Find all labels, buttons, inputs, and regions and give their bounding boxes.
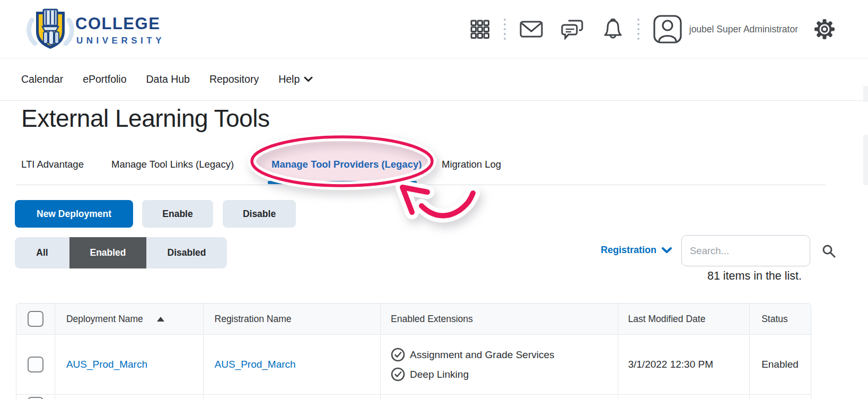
page-edge-strip bbox=[863, 86, 868, 102]
gear-icon[interactable] bbox=[814, 19, 835, 40]
extension-label: Deep Linking bbox=[410, 369, 469, 380]
active-tab-underline bbox=[268, 181, 417, 184]
annotation-arrowhead-halo bbox=[402, 187, 427, 212]
enable-button[interactable]: Enable bbox=[142, 200, 213, 228]
tool-providers-table: Deployment Name Registration Name Enable… bbox=[16, 303, 811, 399]
main-navbar: Calendar ePortfolio Data Hub Repository … bbox=[0, 58, 868, 101]
select-all-checkbox[interactable] bbox=[28, 311, 43, 327]
bell-icon[interactable] bbox=[602, 19, 624, 40]
check-circle-icon bbox=[391, 367, 405, 381]
page-edge-strip bbox=[863, 135, 868, 185]
nav-item-repository[interactable]: Repository bbox=[209, 73, 259, 85]
table-row: AUS_Prod_March AUS_Prod_March Assignment… bbox=[16, 335, 811, 395]
page-title: External Learning Tools bbox=[21, 104, 269, 133]
laurel-right bbox=[66, 20, 72, 44]
items-count: 81 items in the list. bbox=[707, 270, 802, 283]
chat-icon[interactable] bbox=[561, 19, 584, 40]
nav-item-eportfolio[interactable]: ePortfolio bbox=[83, 73, 126, 85]
help-label: Help bbox=[278, 73, 300, 85]
search-box bbox=[681, 235, 810, 266]
check-circle-icon bbox=[391, 348, 405, 362]
avatar[interactable] bbox=[653, 15, 682, 44]
brand-line2: UNIVERSITY bbox=[76, 36, 163, 46]
status-value: Enabled bbox=[761, 359, 799, 370]
deployment-name-link[interactable]: AUS_Prod_March bbox=[66, 359, 147, 370]
filter-enabled[interactable]: Enabled bbox=[69, 237, 146, 268]
registration-dropdown[interactable]: Registration bbox=[601, 245, 672, 256]
column-label: Enabled Extensions bbox=[391, 314, 473, 325]
nav-item-data-hub[interactable]: Data Hub bbox=[146, 73, 190, 85]
column-label: Status bbox=[761, 314, 788, 325]
user-name[interactable]: joubel Super Administrator bbox=[689, 24, 798, 35]
filter-all[interactable]: All bbox=[15, 237, 69, 268]
search-icon[interactable] bbox=[822, 236, 836, 266]
laurel-left bbox=[29, 20, 35, 44]
column-header-enabled-extensions: Enabled Extensions bbox=[381, 303, 618, 334]
status-filter-segmented-control: All Enabled Disabled bbox=[15, 237, 227, 268]
extension-item: Assignment and Grade Services bbox=[391, 348, 554, 362]
table-header-row: Deployment Name Registration Name Enable… bbox=[16, 303, 811, 335]
tabbar-divider bbox=[16, 185, 826, 185]
brand-line1: COLLEGE bbox=[75, 14, 160, 33]
external-learning-tools-page: COLLEGE UNIVERSITY bbox=[0, 0, 868, 399]
tab-lti-advantage[interactable]: LTI Advantage bbox=[21, 155, 84, 174]
divider-dots bbox=[504, 19, 506, 40]
last-modified-date: 3/1/2022 12:30 PM bbox=[628, 359, 713, 370]
college-university-logo[interactable]: COLLEGE UNIVERSITY bbox=[20, 6, 163, 52]
registration-name-link[interactable]: AUS_Prod_March bbox=[215, 359, 296, 370]
registration-label: Registration bbox=[601, 245, 656, 256]
column-header-status: Status bbox=[750, 303, 811, 334]
extension-label: Assignment and Grade Services bbox=[410, 349, 554, 361]
row-checkbox[interactable] bbox=[28, 397, 43, 399]
search-input[interactable] bbox=[682, 245, 822, 257]
crest-roof bbox=[42, 27, 58, 31]
column-label: Registration Name bbox=[215, 314, 292, 325]
mail-icon[interactable] bbox=[520, 21, 543, 38]
tab-migration-log[interactable]: Migration Log bbox=[442, 155, 501, 174]
column-label: Deployment Name bbox=[66, 314, 143, 325]
column-header-last-modified-date[interactable]: Last Modified Date bbox=[618, 303, 750, 334]
column-header-deployment-name[interactable]: Deployment Name bbox=[55, 303, 204, 334]
top-right-controls: joubel Super Administrator bbox=[470, 0, 835, 58]
app-grid-icon[interactable] bbox=[470, 19, 490, 39]
annotation-arrowhead bbox=[402, 187, 427, 212]
column-header-registration-name[interactable]: Registration Name bbox=[204, 303, 381, 334]
filter-disabled[interactable]: Disabled bbox=[146, 237, 227, 268]
divider-dots bbox=[637, 19, 639, 40]
new-deployment-button[interactable]: New Deployment bbox=[15, 200, 133, 228]
chevron-down-icon bbox=[662, 247, 672, 254]
chevron-down-icon bbox=[304, 76, 313, 82]
nav-item-help[interactable]: Help bbox=[278, 73, 313, 85]
enabled-extensions-cell: Assignment and Grade Services Deep Linki… bbox=[381, 335, 618, 394]
top-header-bar: COLLEGE UNIVERSITY bbox=[0, 0, 868, 58]
column-label: Last Modified Date bbox=[628, 314, 705, 325]
nav-item-calendar[interactable]: Calendar bbox=[21, 73, 63, 85]
row-checkbox[interactable] bbox=[28, 357, 43, 372]
tab-manage-tool-providers[interactable]: Manage Tool Providers (Legacy) bbox=[271, 155, 422, 174]
tab-manage-tool-links[interactable]: Manage Tool Links (Legacy) bbox=[111, 155, 234, 174]
disable-button[interactable]: Disable bbox=[223, 200, 296, 228]
annotation-arrow-halo bbox=[422, 193, 473, 215]
table-row bbox=[16, 395, 811, 399]
annotation-arrow bbox=[422, 193, 473, 215]
extension-item: Deep Linking bbox=[391, 367, 469, 381]
sort-ascending-icon bbox=[157, 317, 164, 322]
